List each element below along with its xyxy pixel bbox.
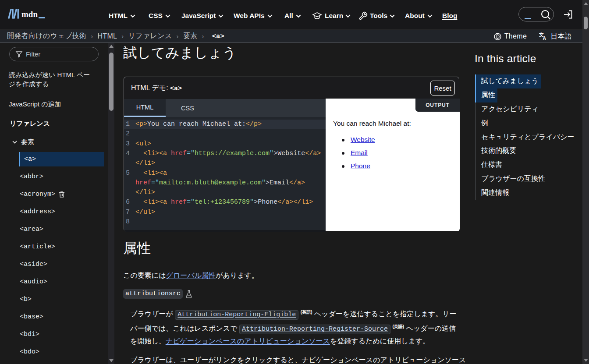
svg-text:A: A bbox=[543, 36, 546, 40]
